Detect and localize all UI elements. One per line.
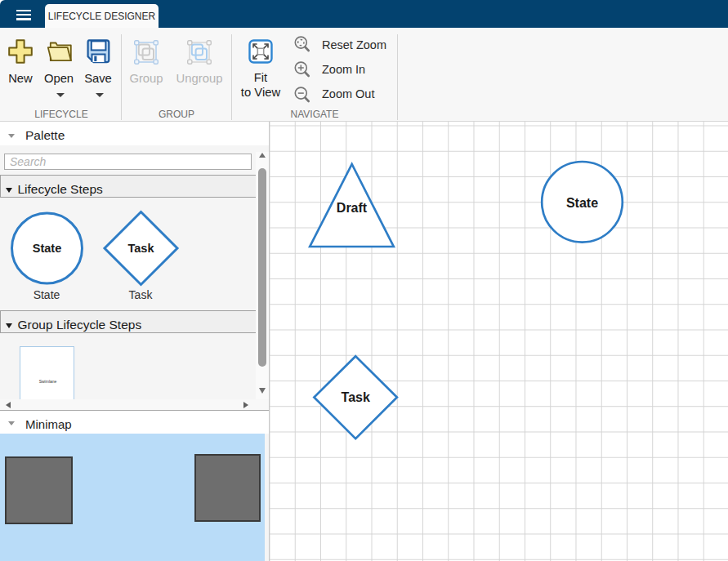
svg-text:Task: Task xyxy=(128,242,155,255)
svg-text:State: State xyxy=(566,196,598,210)
svg-text:Draft: Draft xyxy=(337,201,368,215)
svg-text:State: State xyxy=(33,242,61,255)
svg-text:Task: Task xyxy=(342,390,370,404)
